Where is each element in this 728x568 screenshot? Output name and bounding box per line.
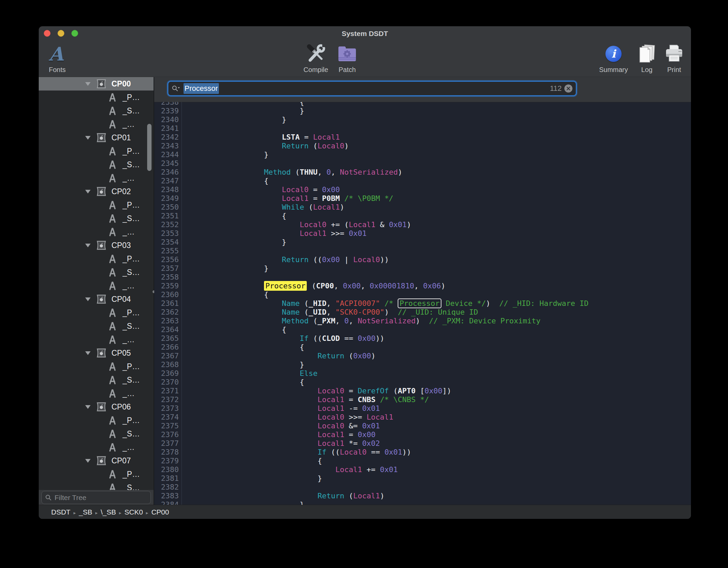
- print-button[interactable]: Print: [662, 42, 686, 74]
- tree-row-cp06[interactable]: CP06: [39, 400, 154, 414]
- tree-row-child[interactable]: _P…: [39, 414, 154, 427]
- code-line[interactable]: 2381 }: [154, 474, 691, 483]
- tree-row-child[interactable]: _P…: [39, 360, 154, 373]
- disclosure-triangle-icon[interactable]: [85, 459, 91, 463]
- code-line[interactable]: 2356 Return ((0x00 | Local0)): [154, 255, 691, 264]
- disclosure-triangle-icon[interactable]: [85, 297, 91, 301]
- tree-row-cp05[interactable]: CP05: [39, 346, 154, 360]
- tree-row-cp01[interactable]: CP01: [39, 131, 154, 144]
- code-line[interactable]: 2349 Local1 = P0BM /* \P0BM */: [154, 194, 691, 203]
- code-line[interactable]: 2346 Method (THNU, 0, NotSerialized): [154, 168, 691, 177]
- code-line[interactable]: 2365 If ((CLOD == 0x00)): [154, 334, 691, 343]
- disclosure-triangle-icon[interactable]: [85, 244, 91, 247]
- tree-row-child[interactable]: _S…: [39, 158, 154, 171]
- code-line[interactable]: 2372 Local1 = CNBS /* \CNBS */: [154, 395, 691, 404]
- breadcrumb-item-_sb[interactable]: \_SB: [101, 508, 116, 516]
- tree-row-child[interactable]: _P…: [39, 91, 154, 104]
- code-line[interactable]: 2370 {: [154, 378, 691, 387]
- search-field[interactable]: Processor 112: [167, 81, 577, 96]
- code-line[interactable]: 2371 Local0 = DerefOf (APT0 [0x00]): [154, 387, 691, 395]
- code-line[interactable]: 2357 }: [154, 264, 691, 273]
- code-line[interactable]: 2360 {: [154, 290, 691, 299]
- log-button[interactable]: Log: [636, 42, 657, 74]
- fonts-button[interactable]: A Fonts: [44, 42, 85, 74]
- code-line[interactable]: 2364 {: [154, 325, 691, 334]
- code-line[interactable]: 2348 Local0 = 0x00: [154, 185, 691, 194]
- code-line[interactable]: 2376 Local1 = 0x00: [154, 430, 691, 439]
- breadcrumb-item-_sb[interactable]: _SB: [79, 508, 92, 516]
- code-line[interactable]: 2382: [154, 483, 691, 492]
- tree-row-child[interactable]: _S…: [39, 319, 154, 333]
- code-line[interactable]: 2345: [154, 159, 691, 168]
- tree-row-child[interactable]: _…: [39, 440, 154, 454]
- code-line[interactable]: 2377 Local1 *= 0x02: [154, 439, 691, 448]
- tree-row-child[interactable]: _…: [39, 225, 154, 239]
- tree-row-child[interactable]: _S…: [39, 265, 154, 279]
- breadcrumb-item-sck0[interactable]: SCK0: [125, 508, 143, 516]
- patch-button[interactable]: Patch: [333, 42, 361, 74]
- code-line[interactable]: 2350 While (Local1): [154, 203, 691, 212]
- tree-row-child[interactable]: _P…: [39, 198, 154, 212]
- code-line[interactable]: 2380 Local1 += 0x01: [154, 465, 691, 474]
- tree-row-child[interactable]: _…: [39, 117, 154, 131]
- disclosure-triangle-icon[interactable]: [85, 190, 91, 193]
- breadcrumb-item-dsdt[interactable]: DSDT: [51, 508, 70, 516]
- code-line[interactable]: 2378 If ((Local0 == 0x01)): [154, 448, 691, 457]
- tree-row-child[interactable]: _P…: [39, 306, 154, 319]
- code-line[interactable]: 2383 Return (Local1): [154, 492, 691, 500]
- tree-row-cp00[interactable]: CP00: [39, 77, 154, 91]
- tree-row-child[interactable]: _S…: [39, 212, 154, 225]
- tree-row-child[interactable]: _…: [39, 333, 154, 346]
- code-line[interactable]: 2343 Return (Local0): [154, 142, 691, 150]
- disclosure-triangle-icon[interactable]: [85, 82, 91, 86]
- code-line[interactable]: 2369 Else: [154, 369, 691, 378]
- tree-row-child[interactable]: _…: [39, 279, 154, 292]
- filter-tree-input[interactable]: Filter Tree: [41, 491, 151, 504]
- tree-row-child[interactable]: _S…: [39, 104, 154, 117]
- code-area[interactable]: 2338 {2339 }2340 }23412342 LSTA = Local1…: [154, 102, 691, 505]
- code-line[interactable]: 2347 {: [154, 177, 691, 185]
- code-line[interactable]: 2368 }: [154, 360, 691, 369]
- code-line[interactable]: 2341: [154, 124, 691, 133]
- breadcrumb-item-cp00[interactable]: CP00: [151, 508, 169, 516]
- code-line[interactable]: 2344 }: [154, 150, 691, 159]
- tree-row-child[interactable]: _S…: [39, 373, 154, 387]
- tree-row-child[interactable]: _S…: [39, 481, 154, 490]
- summary-button[interactable]: i Summary: [597, 42, 630, 74]
- tree-row-cp07[interactable]: CP07: [39, 454, 154, 467]
- code-line[interactable]: 2359 Processor (CP00, 0x00, 0x00001810, …: [154, 282, 691, 290]
- code-line[interactable]: 2374 Local0 >>= Local1: [154, 413, 691, 422]
- tree-row-child[interactable]: _…: [39, 387, 154, 400]
- code-line[interactable]: 2361 Name (_HID, "ACPI0007" /* Processor…: [154, 299, 691, 308]
- compile-button[interactable]: Compile: [300, 42, 331, 74]
- disclosure-triangle-icon[interactable]: [85, 351, 91, 355]
- code-line[interactable]: 2373 Local1 -= 0x01: [154, 404, 691, 413]
- code-line[interactable]: 2354 }: [154, 238, 691, 247]
- tree-row-child[interactable]: _P…: [39, 467, 154, 481]
- clear-search-button[interactable]: [564, 84, 572, 93]
- code-line[interactable]: 2355: [154, 247, 691, 255]
- sidebar-scrollbar-thumb[interactable]: [147, 124, 152, 171]
- code-line[interactable]: 2375 Local0 &= 0x01: [154, 422, 691, 430]
- code-line[interactable]: 2384 }: [154, 500, 691, 505]
- tree-row-cp04[interactable]: CP04: [39, 292, 154, 306]
- tree-row-child[interactable]: _P…: [39, 144, 154, 158]
- search-menu-icon[interactable]: [172, 85, 180, 92]
- code-line[interactable]: 2352 Local0 += (Local1 & 0x01): [154, 220, 691, 229]
- code-line[interactable]: 2367 Return (0x00): [154, 352, 691, 360]
- code-line[interactable]: 2340 }: [154, 115, 691, 124]
- code-line[interactable]: 2338 {: [154, 102, 691, 107]
- code-line[interactable]: 2366 {: [154, 343, 691, 352]
- tree-row-cp03[interactable]: CP03: [39, 239, 154, 252]
- tree-row-child[interactable]: _S…: [39, 427, 154, 440]
- tree-row-cp02[interactable]: CP02: [39, 185, 154, 198]
- code-line[interactable]: 2379 {: [154, 457, 691, 465]
- tree-row-child[interactable]: _P…: [39, 252, 154, 265]
- code-line[interactable]: 2353 Local1 >>= 0x01: [154, 229, 691, 238]
- disclosure-triangle-icon[interactable]: [85, 136, 91, 140]
- code-line[interactable]: 2363 Method (_PXM, 0, NotSerialized) // …: [154, 317, 691, 325]
- disclosure-triangle-icon[interactable]: [85, 405, 91, 409]
- tree-row-child[interactable]: _…: [39, 171, 154, 185]
- code-line[interactable]: 2351 {: [154, 212, 691, 220]
- code-line[interactable]: 2342 LSTA = Local1: [154, 133, 691, 142]
